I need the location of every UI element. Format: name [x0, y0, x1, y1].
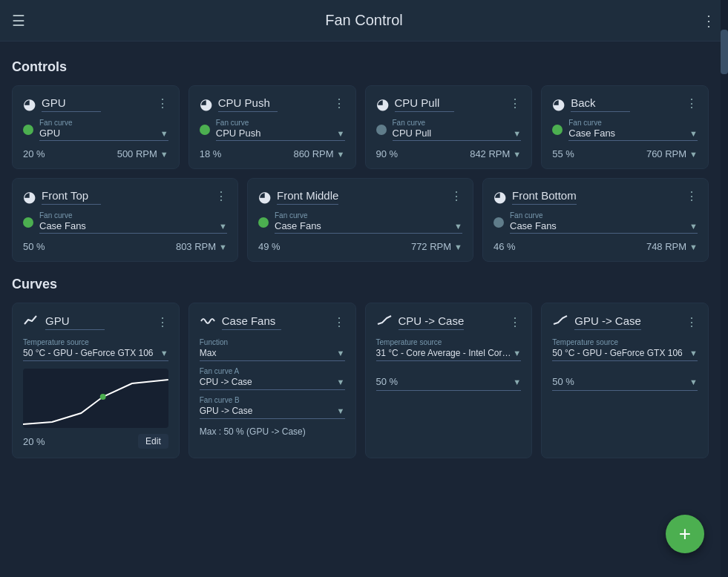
fan-curve-row-front-top: Fan curve Case Fans ▼ [23, 211, 227, 234]
gauge-icon-cpu-push: ◕ [200, 95, 212, 113]
temp-source-cpu-case: 31 °C - Core Average - Intel Cor… [376, 348, 511, 358]
scrollbar-track [721, 0, 728, 577]
rpm-row-front-bottom: 46 % 748 RPM ▼ [493, 241, 698, 252]
card-header-cpu-push: ◕ CPU Push ⋮ [200, 95, 345, 113]
curves-section-title: Curves [12, 277, 709, 292]
percent-gpu-case: 50 % [552, 376, 574, 387]
percent-front-top: 50 % [23, 241, 45, 252]
card-title-back: Back [571, 96, 630, 112]
dropdown-arrow-front-bottom: ▼ [689, 222, 698, 231]
add-fab-button[interactable]: + [666, 515, 704, 553]
wave-icon-case-fans [200, 312, 216, 332]
fan-curve-select-front-bottom[interactable]: Fan curve Case Fans ▼ [510, 211, 698, 234]
controls-row-1: ◕ GPU ⋮ Fan curve GPU ▼ 20 % 500 RP [12, 85, 709, 169]
curve-title-case-fans: Case Fans [222, 314, 281, 330]
status-dot-gpu [23, 125, 33, 135]
card-header-front-middle: ◕ Front Middle ⋮ [258, 188, 462, 205]
fan-curve-a-case-fans: CPU -> Case [200, 377, 252, 387]
curve-icon-cpu-case [376, 312, 393, 332]
curve-more-gpu-case[interactable]: ⋮ [686, 317, 698, 329]
rpm-arrow-front-middle: ▼ [454, 243, 462, 251]
fan-curve-select-front-top[interactable]: Fan curve Case Fans ▼ [39, 211, 227, 234]
fan-curve-select-cpu-push[interactable]: Fan curve CPU Push ▼ [216, 119, 345, 141]
rpm-cpu-pull: 842 RPM [470, 148, 510, 159]
gauge-icon-front-middle: ◕ [258, 188, 271, 205]
card-more-front-top[interactable]: ⋮ [215, 191, 227, 202]
edit-button-gpu[interactable]: Edit [138, 434, 168, 449]
dropdown-arrow-back: ▼ [689, 129, 698, 138]
fan-curve-row-front-bottom: Fan curve Case Fans ▼ [493, 211, 698, 234]
card-title-cpu-push: CPU Push [218, 96, 278, 112]
card-more-front-middle[interactable]: ⋮ [450, 191, 462, 202]
control-card-cpu-pull: ◕ CPU Pull ⋮ Fan curve CPU Pull ▼ 90 % [365, 85, 533, 169]
fan-curve-select-cpu-pull[interactable]: Fan curve CPU Pull ▼ [393, 119, 522, 141]
app-title: Fan Control [325, 12, 403, 29]
card-more-cpu-pull[interactable]: ⋮ [509, 98, 521, 110]
rpm-row-front-middle: 49 % 772 RPM ▼ [258, 241, 462, 252]
card-header-front-top: ◕ Front Top ⋮ [23, 188, 227, 205]
status-dot-cpu-pull [376, 125, 387, 135]
card-more-back[interactable]: ⋮ [686, 98, 698, 110]
card-header-back: ◕ Back ⋮ [552, 95, 698, 113]
card-header-cpu-pull: ◕ CPU Pull ⋮ [376, 95, 522, 113]
curve-card-gpu: GPU ⋮ Temperature source 50 °C - GPU - G… [12, 303, 180, 458]
scrollbar-thumb[interactable] [721, 30, 728, 74]
curve-card-header-cpu-case: CPU -> Case ⋮ [376, 312, 522, 332]
card-title-cpu-pull: CPU Pull [395, 96, 454, 112]
rpm-arrow-front-bottom: ▼ [689, 243, 698, 251]
rpm-cpu-push: 860 RPM [293, 148, 333, 159]
fan-curve-row-cpu-push: Fan curve CPU Push ▼ [200, 119, 345, 141]
control-card-back: ◕ Back ⋮ Fan curve Case Fans ▼ 55 % [541, 85, 709, 169]
temp-source-gpu: 50 °C - GPU - GeForce GTX 106 [23, 348, 154, 358]
status-dot-front-top [23, 217, 33, 228]
control-card-cpu-push: ◕ CPU Push ⋮ Fan curve CPU Push ▼ 18 % [188, 85, 356, 169]
rpm-front-top: 803 RPM [176, 241, 216, 252]
curve-card-gpu-case: GPU -> Case ⋮ Temperature source 50 °C -… [541, 303, 709, 458]
fan-curve-b-case-fans: GPU -> Case [200, 406, 253, 416]
main-content: Controls ◕ GPU ⋮ Fan curve GPU ▼ [0, 42, 728, 470]
dropdown-arrow-gpu: ▼ [160, 129, 168, 138]
control-card-front-top: ◕ Front Top ⋮ Fan curve Case Fans ▼ 50 % [12, 178, 238, 262]
curve-card-header-gpu-case: GPU -> Case ⋮ [552, 312, 698, 332]
card-more-cpu-push[interactable]: ⋮ [333, 98, 345, 110]
rpm-arrow-back: ▼ [689, 150, 698, 159]
curve-title-gpu-case: GPU -> Case [574, 314, 641, 330]
control-card-front-middle: ◕ Front Middle ⋮ Fan curve Case Fans ▼ 4… [247, 178, 473, 262]
dropdown-arrow-temp-gpu: ▼ [160, 349, 168, 357]
controls-section-title: Controls [12, 59, 709, 75]
curve-card-header-case-fans: Case Fans ⋮ [200, 312, 345, 332]
hamburger-icon[interactable]: ☰ [12, 12, 25, 30]
rpm-arrow-gpu: ▼ [160, 150, 168, 159]
card-more-gpu[interactable]: ⋮ [157, 98, 168, 110]
curve-more-case-fans[interactable]: ⋮ [333, 317, 345, 329]
rpm-front-bottom: 748 RPM [646, 241, 686, 252]
card-header-gpu: ◕ GPU ⋮ [23, 95, 168, 113]
rpm-gpu: 500 RPM [117, 148, 157, 159]
control-card-gpu: ◕ GPU ⋮ Fan curve GPU ▼ 20 % 500 RP [12, 85, 180, 169]
percent-back: 55 % [552, 148, 574, 159]
curve-card-header-gpu: GPU ⋮ [23, 312, 168, 332]
percent-front-middle: 49 % [258, 241, 281, 252]
fan-curve-row-back: Fan curve Case Fans ▼ [552, 119, 698, 141]
header-more-icon[interactable]: ⋮ [701, 12, 716, 30]
gauge-icon-back: ◕ [552, 95, 565, 113]
curve-more-cpu-case[interactable]: ⋮ [509, 317, 521, 329]
fan-curve-select-gpu[interactable]: Fan curve GPU ▼ [39, 119, 168, 141]
status-dot-cpu-push [200, 125, 210, 135]
card-more-front-bottom[interactable]: ⋮ [686, 191, 698, 202]
curve-title-gpu: GPU [45, 314, 105, 330]
curve-percent-gpu: 20 % [23, 436, 45, 447]
dropdown-arrow-front-middle: ▼ [454, 222, 462, 231]
fan-curve-select-front-middle[interactable]: Fan curve Case Fans ▼ [275, 211, 462, 234]
gauge-icon-gpu: ◕ [23, 95, 36, 113]
svg-point-0 [100, 394, 106, 400]
percent-cpu-pull: 90 % [376, 148, 399, 159]
curve-more-gpu[interactable]: ⋮ [157, 317, 168, 329]
control-card-front-bottom: ◕ Front Bottom ⋮ Fan curve Case Fans ▼ 4… [482, 178, 709, 262]
rpm-arrow-cpu-push: ▼ [337, 150, 345, 159]
max-info-case-fans: Max : 50 % (GPU -> Case) [200, 426, 345, 437]
rpm-row-cpu-push: 18 % 860 RPM ▼ [200, 148, 345, 159]
rpm-row-back: 55 % 760 RPM ▼ [552, 148, 698, 159]
percent-gpu: 20 % [23, 148, 45, 159]
fan-curve-select-back[interactable]: Fan curve Case Fans ▼ [568, 119, 698, 141]
